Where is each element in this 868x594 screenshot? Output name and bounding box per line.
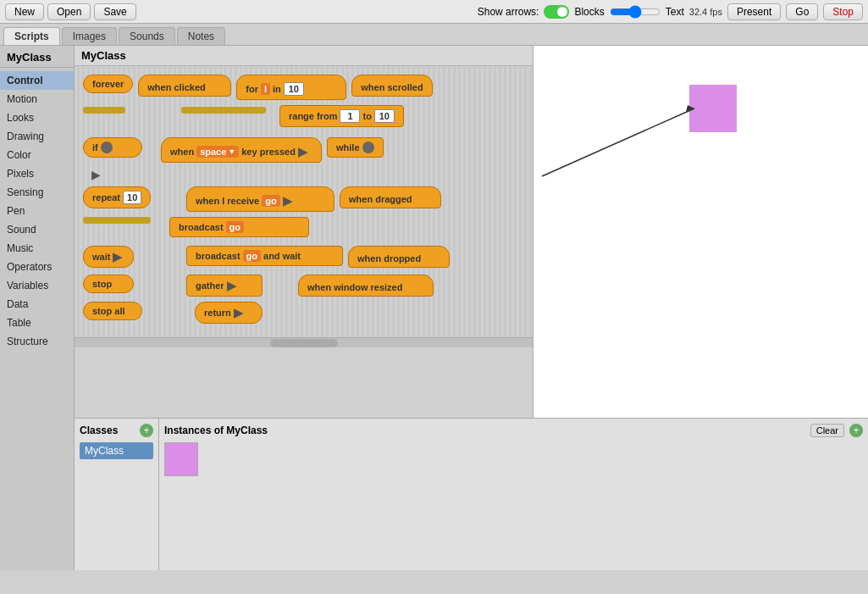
block-for[interactable]: for I in 10 <box>236 75 346 100</box>
tab-scripts[interactable]: Scripts <box>3 27 60 45</box>
sidebar-item-pen[interactable]: Pen <box>0 202 74 220</box>
when-clicked-slot <box>181 107 266 114</box>
block-row-1: forever when clicked for I in 10 when <box>83 75 524 100</box>
fps-display: 32.4 fps <box>689 7 722 17</box>
class-item-myclass[interactable]: MyClass <box>80 442 153 459</box>
sidebar-item-control[interactable]: Control <box>0 71 74 90</box>
block-when-window-resized[interactable]: when window resized <box>298 275 434 297</box>
block-row-8: stop all return ▶ <box>83 302 524 324</box>
block-broadcast-and-wait[interactable]: broadcast go and wait <box>186 246 343 266</box>
myclass-label: MyClass <box>75 46 533 66</box>
bottom-panel: Classes + MyClass Instances of MyClass C… <box>75 418 868 570</box>
block-when-key-pressed[interactable]: when space ▼ key pressed ▶ <box>161 137 322 163</box>
show-arrows-area: Show arrows: Blocks Text 32.4 fps Presen… <box>478 3 863 20</box>
repeat-slot <box>83 217 151 224</box>
block-row-5: broadcast go <box>83 217 524 237</box>
block-when-i-receive[interactable]: when I receive go ▶ <box>186 186 334 212</box>
text-label: Text <box>666 6 684 18</box>
sidebar-item-color[interactable]: Color <box>0 146 74 164</box>
block-stop[interactable]: stop <box>83 275 134 293</box>
if-bool <box>101 142 113 153</box>
sidebar-item-structure[interactable]: Structure <box>0 332 74 351</box>
block-when-clicked[interactable]: when clicked <box>138 75 231 97</box>
block-row-2: range from 1 to 10 <box>83 105 524 127</box>
sidebar-item-music[interactable]: Music <box>0 239 74 258</box>
sidebar-item-table[interactable]: Table <box>0 314 74 332</box>
sidebar: MyClass Control Motion Looks Drawing Col… <box>0 46 75 570</box>
block-when-dropped[interactable]: when dropped <box>348 246 450 268</box>
sidebar-item-sound[interactable]: Sound <box>0 220 74 239</box>
add-instance-button[interactable]: + <box>849 424 863 437</box>
present-button[interactable]: Present <box>727 3 781 20</box>
add-class-button[interactable]: + <box>140 424 153 437</box>
save-button[interactable]: Save <box>94 3 135 20</box>
block-when-dragged[interactable]: when dragged <box>340 186 441 208</box>
key-dropdown[interactable]: space ▼ <box>196 146 239 158</box>
tab-notes[interactable]: Notes <box>177 27 225 45</box>
forever-slot <box>83 107 125 114</box>
block-stop-all[interactable]: stop all <box>83 302 142 320</box>
blocks-slider[interactable] <box>610 5 661 19</box>
svg-line-0 <box>542 108 694 176</box>
sidebar-item-data[interactable]: Data <box>0 295 74 314</box>
sidebar-item-pixels[interactable]: Pixels <box>0 164 74 183</box>
for-i-val: I <box>261 83 270 95</box>
clear-instances-button[interactable]: Clear <box>810 424 844 437</box>
blocks-panel: MyClass forever when clicked for <box>75 46 534 418</box>
sidebar-item-operators[interactable]: Operators <box>0 258 74 276</box>
classes-header: Classes + <box>80 424 153 437</box>
block-return[interactable]: return ▶ <box>195 302 263 324</box>
if-arrow: ▶ <box>91 168 524 181</box>
show-arrows-toggle[interactable] <box>544 5 569 19</box>
classes-panel: Classes + MyClass <box>75 419 159 570</box>
sidebar-item-sensing[interactable]: Sensing <box>0 183 74 202</box>
block-when-scrolled[interactable]: when scrolled <box>351 75 432 97</box>
block-row-4: repeat 10 when I receive go ▶ when dragg… <box>83 186 524 212</box>
block-broadcast[interactable]: broadcast go <box>169 217 309 237</box>
go-button[interactable]: Go <box>786 3 818 20</box>
show-arrows-label: Show arrows: <box>478 6 539 18</box>
block-range[interactable]: range from 1 to 10 <box>279 105 404 127</box>
blocks-scrollbar[interactable] <box>75 337 533 347</box>
open-button[interactable]: Open <box>47 3 91 20</box>
instances-panel: Instances of MyClass Clear + <box>159 419 868 570</box>
block-row-6: wait ▶ broadcast go and wait when droppe… <box>83 246 524 268</box>
block-while[interactable]: while <box>327 137 384 158</box>
blocks-content: forever when clicked for I in 10 when <box>75 66 533 337</box>
block-if[interactable]: if <box>83 137 142 158</box>
for-in-input[interactable]: 10 <box>284 82 304 96</box>
sidebar-item-drawing[interactable]: Drawing <box>0 127 74 146</box>
instances-header: Instances of MyClass Clear + <box>164 424 863 437</box>
tab-bar: Scripts Images Sounds Notes <box>0 24 868 46</box>
receive-go: go <box>262 195 279 207</box>
sidebar-item-looks[interactable]: Looks <box>0 108 74 127</box>
pink-square-sprite[interactable] <box>689 85 737 132</box>
sidebar-title: MyClass <box>0 47 74 68</box>
broadcast-go2: go <box>243 250 261 262</box>
toolbar: New Open Save Show arrows: Blocks Text 3… <box>0 0 868 24</box>
blocks-label: Blocks <box>574 6 604 18</box>
main-layout: MyClass Control Motion Looks Drawing Col… <box>0 46 868 570</box>
block-repeat[interactable]: repeat 10 <box>83 186 151 208</box>
block-gather[interactable]: gather ▶ <box>186 275 263 297</box>
block-row-7: stop gather ▶ when window resized <box>83 275 524 297</box>
broadcast-go: go <box>226 221 244 233</box>
block-forever[interactable]: forever <box>83 75 133 93</box>
while-bool <box>362 142 374 153</box>
block-wait[interactable]: wait ▶ <box>83 246 134 268</box>
stage-area[interactable] <box>534 46 868 418</box>
stop-button[interactable]: Stop <box>823 3 863 20</box>
block-row-3: if when space ▼ key pressed ▶ while <box>83 137 524 163</box>
instance-thumbnail-1[interactable] <box>164 442 198 476</box>
new-button[interactable]: New <box>5 3 44 20</box>
tab-images[interactable]: Images <box>62 27 117 45</box>
tab-sounds[interactable]: Sounds <box>119 27 175 45</box>
sidebar-item-variables[interactable]: Variables <box>0 276 74 295</box>
sidebar-item-motion[interactable]: Motion <box>0 90 74 108</box>
